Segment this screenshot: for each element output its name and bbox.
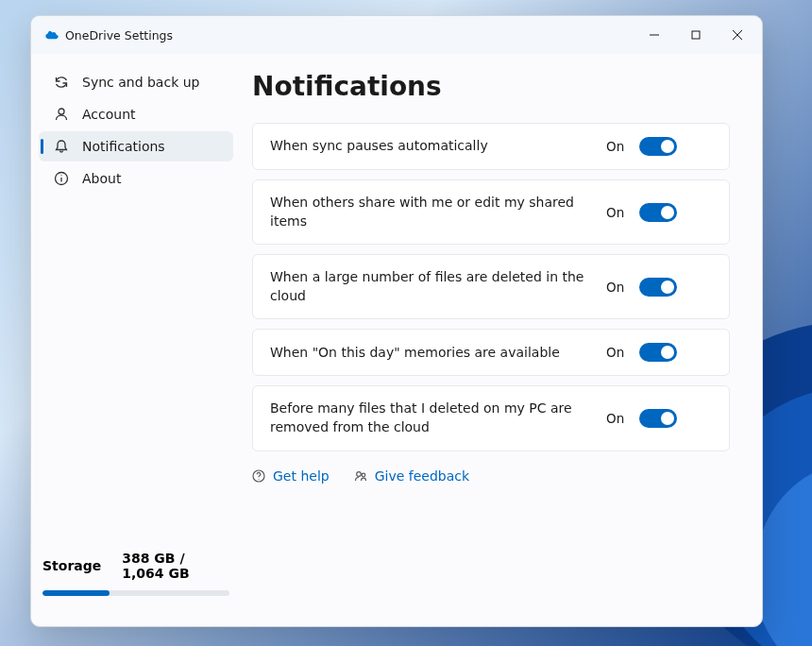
sidebar-item-label: Notifications — [82, 139, 165, 154]
give-feedback-link[interactable]: Give feedback — [354, 468, 469, 484]
storage-bar — [42, 590, 229, 596]
content-area: Sync and back up Account — [31, 54, 762, 626]
feedback-icon — [354, 469, 367, 483]
sidebar-item-label: About — [82, 171, 121, 186]
svg-point-7 — [60, 175, 61, 176]
toggle-files-deleted-cloud[interactable] — [639, 278, 677, 297]
storage-caption: Storage — [42, 558, 101, 573]
storage-block: Storage 388 GB / 1,064 GB — [39, 551, 233, 611]
main-pane: Notifications When sync pauses automatic… — [241, 54, 762, 626]
account-icon — [54, 107, 69, 122]
close-button[interactable] — [717, 16, 758, 54]
sync-icon — [54, 75, 69, 90]
sidebar-item-account[interactable]: Account — [39, 99, 233, 129]
svg-point-11 — [362, 473, 365, 477]
window-controls — [634, 16, 758, 54]
sidebar-item-label: Account — [82, 107, 136, 122]
bell-icon — [54, 139, 69, 154]
setting-label: When "On this day" memories are availabl… — [270, 344, 591, 363]
maximize-button[interactable] — [675, 16, 717, 54]
storage-value: 388 GB / 1,064 GB — [122, 551, 229, 581]
setting-label: When sync pauses automatically — [270, 137, 591, 156]
minimize-button[interactable] — [634, 16, 675, 54]
sidebar-item-label: Sync and back up — [82, 75, 199, 90]
sidebar-item-notifications[interactable]: Notifications — [39, 131, 233, 162]
storage-bar-fill — [42, 590, 110, 596]
get-help-link[interactable]: Get help — [252, 468, 330, 484]
setting-sync-pauses: When sync pauses automatically On — [252, 123, 730, 170]
toggle-state-text: On — [606, 280, 624, 295]
setting-files-deleted-cloud: When a large number of files are deleted… — [252, 254, 730, 319]
help-icon — [252, 469, 265, 483]
setting-shared-items: When others share with me or edit my sha… — [252, 179, 730, 245]
toggle-files-removed-pc[interactable] — [639, 409, 677, 428]
toggle-shared-items[interactable] — [639, 203, 677, 222]
link-text: Give feedback — [375, 468, 469, 484]
setting-label: When others share with me or edit my sha… — [270, 194, 591, 230]
setting-on-this-day: When "On this day" memories are availabl… — [252, 329, 730, 376]
onedrive-cloud-icon — [44, 28, 59, 42]
toggle-state-text: On — [606, 139, 624, 154]
toggle-on-this-day[interactable] — [639, 343, 677, 362]
sidebar-item-about[interactable]: About — [39, 163, 233, 194]
link-text: Get help — [273, 468, 330, 484]
setting-label: When a large number of files are deleted… — [270, 268, 591, 305]
sidebar-item-sync[interactable]: Sync and back up — [39, 67, 233, 97]
setting-files-removed-pc: Before many files that I deleted on my P… — [252, 385, 730, 450]
onedrive-settings-window: OneDrive Settings — [30, 15, 763, 627]
toggle-state-text: On — [606, 205, 624, 220]
sidebar: Sync and back up Account — [31, 54, 241, 626]
nav-list: Sync and back up Account — [39, 67, 233, 194]
footer-links: Get help Give feedback — [252, 468, 730, 484]
window-title: OneDrive Settings — [65, 28, 173, 42]
svg-point-9 — [259, 479, 260, 480]
titlebar: OneDrive Settings — [31, 16, 762, 54]
toggle-state-text: On — [606, 411, 624, 426]
svg-rect-1 — [692, 31, 700, 39]
toggle-state-text: On — [606, 345, 624, 360]
page-title: Notifications — [252, 71, 730, 102]
info-icon — [54, 171, 69, 186]
svg-point-10 — [356, 471, 361, 476]
toggle-sync-pauses[interactable] — [639, 137, 677, 156]
setting-label: Before many files that I deleted on my P… — [270, 400, 591, 436]
svg-point-4 — [59, 109, 64, 114]
